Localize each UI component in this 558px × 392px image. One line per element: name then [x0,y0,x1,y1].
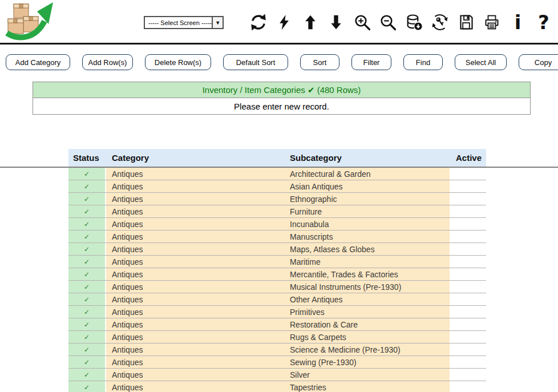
subcategory-cell[interactable]: Furniture [284,205,450,217]
subcategory-cell[interactable]: Asian Antiques [284,180,450,192]
lightning-icon[interactable] [274,10,294,35]
active-cell[interactable] [450,281,486,293]
status-cell[interactable]: ✓ [68,168,105,180]
active-cell[interactable] [450,168,486,180]
active-cell[interactable] [450,243,486,255]
category-cell[interactable]: Antiques [106,168,284,180]
table-row[interactable]: ✓ Antiques Asian Antiques [68,180,486,193]
status-cell[interactable]: ✓ [68,256,105,268]
refresh-icon[interactable] [249,10,268,35]
category-cell[interactable]: Antiques [106,293,284,305]
copy-button[interactable]: Copy [519,54,558,70]
active-cell[interactable] [450,193,486,205]
status-cell[interactable]: ✓ [68,243,105,255]
category-cell[interactable]: Antiques [106,205,284,217]
info-icon[interactable]: i [508,10,528,35]
subcategory-cell[interactable]: Sewing (Pre-1930) [284,356,450,368]
zoom-out-icon[interactable] [378,10,398,35]
category-cell[interactable]: Antiques [106,193,284,205]
active-cell[interactable] [450,369,486,381]
active-cell[interactable] [450,381,486,392]
filter-button[interactable]: Filter [351,54,391,70]
subcategory-cell[interactable]: Rugs & Carpets [284,331,450,343]
table-row[interactable]: ✓ Antiques Maps, Atlases & Globes [68,243,486,256]
table-row[interactable]: ✓ Antiques Silver [68,369,486,381]
subcategory-cell[interactable]: Restoration & Care [284,318,450,330]
status-cell[interactable]: ✓ [68,331,105,343]
active-cell[interactable] [450,231,486,243]
table-row[interactable]: ✓ Antiques Primitives [68,306,486,318]
category-cell[interactable]: Antiques [106,231,284,243]
category-cell[interactable]: Antiques [106,356,284,368]
active-cell[interactable] [450,306,486,318]
table-row[interactable]: ✓ Antiques Furniture [68,205,486,218]
delete-rows-button[interactable]: Delete Row(s) [145,54,211,70]
category-cell[interactable]: Antiques [106,256,284,268]
subcategory-cell[interactable]: Manuscripts [284,231,450,243]
subcategory-cell[interactable]: Primitives [284,306,450,318]
table-row[interactable]: ✓ Antiques Maritime [68,256,486,268]
add-rows-button[interactable]: Add Row(s) [82,54,133,70]
status-cell[interactable]: ✓ [68,281,105,293]
subcategory-cell[interactable]: Tapestries [284,381,450,392]
category-cell[interactable]: Antiques [106,268,284,280]
table-row[interactable]: ✓ Antiques Sewing (Pre-1930) [68,356,486,369]
category-cell[interactable]: Antiques [106,331,284,343]
select-all-button[interactable]: Select All [455,54,507,70]
subcategory-cell[interactable]: Silver [284,369,450,381]
subcategory-cell[interactable]: Mercantile, Trades & Factories [284,268,450,280]
find-button[interactable]: Find [403,54,443,70]
subcategory-cell[interactable]: Incunabula [284,218,450,230]
active-cell[interactable] [450,256,486,268]
subcategory-cell[interactable]: Architectural & Garden [284,168,450,180]
category-cell[interactable]: Antiques [106,306,284,318]
key-refresh-icon[interactable] [430,10,450,35]
active-cell[interactable] [450,331,486,343]
table-row[interactable]: ✓ Antiques Architectural & Garden [68,168,486,180]
status-cell[interactable]: ✓ [68,180,105,192]
active-cell[interactable] [450,218,486,230]
table-row[interactable]: ✓ Antiques Tapestries [68,381,486,392]
chevron-down-icon[interactable]: ▼ [212,17,223,28]
category-cell[interactable]: Antiques [106,318,284,330]
table-row[interactable]: ✓ Antiques Manuscripts [68,231,486,243]
save-icon[interactable] [456,10,476,35]
default-sort-button[interactable]: Default Sort [223,54,288,70]
category-cell[interactable]: Antiques [106,243,284,255]
table-row[interactable]: ✓ Antiques Incunabula [68,218,486,231]
zoom-in-icon[interactable] [353,10,372,35]
screen-select[interactable]: ----- Select Screen ----- ▼ [144,16,224,29]
status-cell[interactable]: ✓ [68,293,105,305]
status-cell[interactable]: ✓ [68,318,105,330]
category-cell[interactable]: Antiques [106,381,284,392]
subcategory-cell[interactable]: Science & Medicine (Pre-1930) [284,343,450,355]
active-cell[interactable] [450,293,486,305]
status-cell[interactable]: ✓ [68,306,105,318]
status-cell[interactable]: ✓ [68,369,105,381]
status-cell[interactable]: ✓ [68,381,105,392]
active-cell[interactable] [450,356,486,368]
status-cell[interactable]: ✓ [68,218,105,230]
database-export-icon[interactable] [405,10,424,35]
table-row[interactable]: ✓ Antiques Mercantile, Trades & Factorie… [68,268,486,281]
status-cell[interactable]: ✓ [68,356,105,368]
table-row[interactable]: ✓ Antiques Science & Medicine (Pre-1930) [68,343,486,356]
print-icon[interactable] [482,10,502,35]
subcategory-cell[interactable]: Other Antiques [284,293,450,305]
active-cell[interactable] [450,343,486,355]
category-cell[interactable]: Antiques [106,281,284,293]
subcategory-cell[interactable]: Ethnographic [284,193,450,205]
active-cell[interactable] [450,318,486,330]
sort-button[interactable]: Sort [300,54,339,70]
status-cell[interactable]: ✓ [68,193,105,205]
status-cell[interactable]: ✓ [68,231,105,243]
table-row[interactable]: ✓ Antiques Other Antiques [68,293,486,306]
table-row[interactable]: ✓ Antiques Rugs & Carpets [68,331,486,343]
category-cell[interactable]: Antiques [106,218,284,230]
active-cell[interactable] [450,180,486,192]
active-cell[interactable] [450,205,486,217]
status-cell[interactable]: ✓ [68,205,105,217]
subcategory-cell[interactable]: Musical Instruments (Pre-1930) [284,281,450,293]
status-cell[interactable]: ✓ [68,343,105,355]
help-icon[interactable]: ? [534,10,553,35]
